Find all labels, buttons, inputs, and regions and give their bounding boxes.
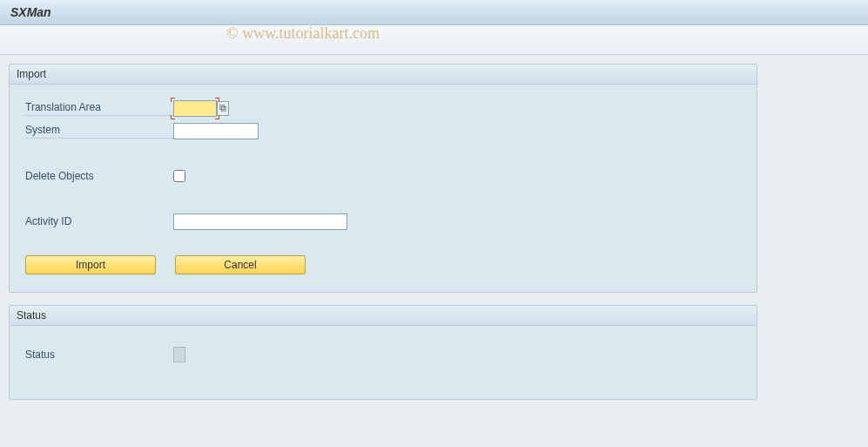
delete-objects-row: Delete Objects	[25, 166, 741, 186]
translation-area-row: Translation Area	[25, 98, 741, 118]
value-help-icon	[219, 105, 226, 112]
focus-corner-icon	[215, 98, 219, 102]
app-title: SXMan	[10, 5, 51, 19]
title-bar: SXMan	[0, 0, 868, 25]
svg-rect-0	[220, 105, 225, 110]
delete-objects-label: Delete Objects	[25, 170, 173, 182]
status-row: Status	[25, 345, 741, 364]
system-row: System	[25, 121, 741, 140]
value-help-button[interactable]	[217, 101, 229, 116]
activity-id-label: Activity ID	[25, 215, 173, 227]
system-input[interactable]	[173, 123, 259, 139]
button-row: Import Cancel	[25, 255, 741, 274]
svg-rect-1	[221, 106, 225, 111]
delete-objects-checkbox[interactable]	[173, 170, 185, 182]
import-panel-body: Translation Area System	[10, 85, 757, 292]
import-panel-header: Import	[10, 64, 757, 85]
toolbar-strip	[0, 25, 868, 55]
status-label: Status	[25, 349, 173, 361]
import-button[interactable]: Import	[25, 255, 156, 274]
activity-id-row: Activity ID	[25, 212, 741, 231]
content-area: Import Translation Area	[0, 55, 868, 421]
status-panel: Status Status	[9, 305, 757, 400]
system-label: System	[25, 124, 173, 139]
status-panel-header: Status	[10, 306, 757, 326]
focus-corner-icon	[171, 98, 175, 102]
activity-id-input[interactable]	[173, 213, 347, 230]
focus-corner-icon	[171, 115, 175, 119]
spacer	[25, 144, 741, 163]
translation-area-field-wrapper	[173, 100, 229, 117]
translation-area-input[interactable]	[173, 100, 217, 117]
spacer	[25, 189, 741, 208]
status-value-box	[173, 347, 185, 362]
import-panel: Import Translation Area	[9, 64, 757, 293]
translation-area-label: Translation Area	[25, 101, 173, 116]
cancel-button[interactable]: Cancel	[175, 255, 306, 274]
status-panel-body: Status	[10, 326, 757, 399]
focus-corner-icon	[215, 115, 219, 119]
